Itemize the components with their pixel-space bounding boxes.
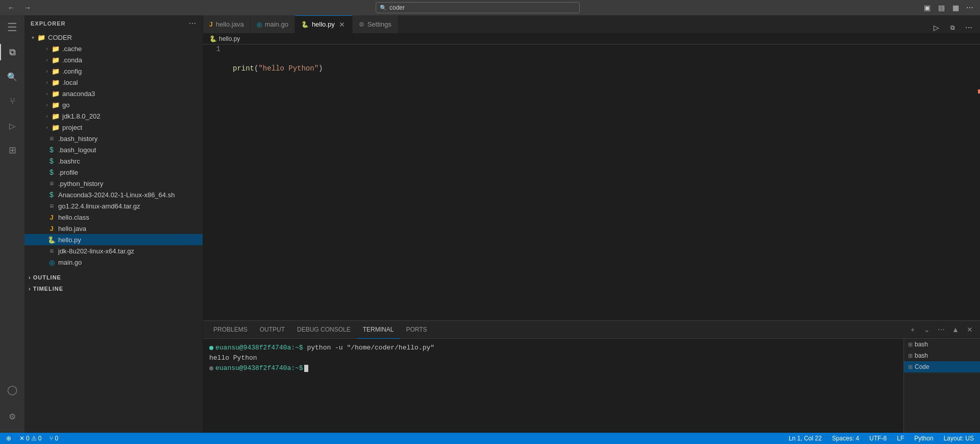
- editor-more-button[interactable]: ⋯: [962, 22, 976, 33]
- terminal-session-bash1[interactable]: ⊞ bash: [904, 339, 980, 350]
- python-breadcrumb-icon: 🐍: [209, 35, 217, 42]
- sidebar-item-bash-history[interactable]: ≡ .bash_history: [24, 133, 203, 144]
- sidebar-item-jdk[interactable]: › 📁 jdk1.8.0_202: [24, 110, 203, 122]
- status-eol[interactable]: LF: [895, 435, 906, 442]
- folder-icon: 📁: [51, 67, 60, 75]
- debug-console-label: DEBUG CONSOLE: [297, 326, 351, 333]
- tab-problems[interactable]: PROBLEMS: [207, 321, 254, 339]
- title-right: ▣ ▤ ▦ ⋯: [921, 2, 976, 13]
- sidebar-item-go-tar[interactable]: ≡ go1.22.4.linux-amd64.tar.gz: [24, 200, 203, 212]
- sidebar-item-bashrc[interactable]: $ .bashrc: [24, 155, 203, 167]
- status-git[interactable]: ⑂ 0: [47, 435, 60, 442]
- tab-ports[interactable]: PORTS: [400, 321, 433, 339]
- sidebar-item-hello-py[interactable]: 🐍 hello.py: [24, 234, 203, 245]
- panel-close-button[interactable]: ✕: [964, 323, 976, 336]
- sidebar-item-anaconda3[interactable]: › 📁 anaconda3: [24, 88, 203, 99]
- tab-hello-java[interactable]: J hello.java: [203, 15, 251, 33]
- sidebar-more-button[interactable]: ···: [189, 19, 197, 28]
- tab-settings[interactable]: ⚙ Settings: [353, 15, 398, 33]
- status-remote[interactable]: ⊕: [4, 435, 13, 442]
- terminal-dots-button[interactable]: ⋯: [935, 323, 947, 336]
- sidebar-item-hello-class[interactable]: J hello.class: [24, 212, 203, 223]
- activity-account[interactable]: ◯: [0, 378, 24, 402]
- add-terminal-button[interactable]: +: [906, 323, 919, 336]
- activity-settings[interactable]: ⚙: [0, 404, 24, 429]
- file-label: .python_history: [58, 180, 203, 188]
- sidebar-item-project[interactable]: › 📁 project: [24, 122, 203, 133]
- folder-icon: 📁: [51, 123, 60, 131]
- tab-hello-py[interactable]: 🐍 hello.py ✕: [295, 15, 353, 33]
- sidebar-item-main-go[interactable]: ◎ main.go: [24, 256, 203, 268]
- terminal-command: python -u "/home/coder/hello.py": [303, 344, 434, 352]
- panel-maximize-button[interactable]: ▲: [949, 323, 962, 336]
- outline-section-header[interactable]: › OUTLINE: [24, 272, 203, 283]
- java-file-icon: J: [47, 213, 56, 221]
- sidebar-item-local[interactable]: › 📁 .local: [24, 77, 203, 88]
- activity-source-control[interactable]: ⑂: [0, 89, 24, 113]
- terminal-line-1: euansu@9438f2f4740a:~$ python -u "/home/…: [209, 343, 897, 353]
- terminal-more-button[interactable]: ⌄: [921, 323, 933, 336]
- sidebar-item-python-history[interactable]: ≡ .python_history: [24, 178, 203, 189]
- terminal-session-bash2[interactable]: ⊞ bash: [904, 350, 980, 361]
- timeline-section-header[interactable]: › TIMELINE: [24, 283, 203, 294]
- terminal-session-label: Code: [915, 363, 929, 370]
- search-input[interactable]: [376, 2, 580, 13]
- layout-button2[interactable]: ▦: [949, 2, 962, 13]
- run-icon: ▷: [9, 121, 15, 131]
- file-label: .bashrc: [58, 157, 203, 165]
- panel-tabs: PROBLEMS OUTPUT DEBUG CONSOLE TERMINAL P…: [203, 321, 980, 339]
- status-position[interactable]: Ln 1, Col 22: [787, 435, 824, 442]
- activity-search[interactable]: 🔍: [0, 64, 24, 89]
- sidebar-item-bash-logout[interactable]: $ .bash_logout: [24, 144, 203, 155]
- sidebar-item-config[interactable]: › 📁 .config: [24, 65, 203, 77]
- tab-output[interactable]: OUTPUT: [254, 321, 291, 339]
- layout-button1[interactable]: ▤: [935, 2, 947, 13]
- activity-extensions[interactable]: ⊞: [0, 138, 24, 162]
- chevron-right-icon: ›: [43, 67, 51, 75]
- sidebar-toggle-button[interactable]: ▣: [921, 2, 933, 13]
- sidebar-item-hello-java[interactable]: J hello.java: [24, 223, 203, 234]
- error-icon: ✕: [19, 435, 24, 442]
- tab-label: main.go: [265, 20, 288, 28]
- sidebar-item-anaconda3-sh[interactable]: $ Anaconda3-2024.02-1-Linux-x86_64.sh: [24, 189, 203, 200]
- forward-button[interactable]: →: [20, 2, 35, 13]
- back-button[interactable]: ←: [4, 2, 18, 13]
- account-icon: ◯: [7, 384, 17, 395]
- folder-label: project: [62, 124, 203, 131]
- java-tab-icon: J: [209, 21, 213, 28]
- sidebar-item-conda[interactable]: › 📁 .conda: [24, 54, 203, 65]
- sidebar-item-coder-root[interactable]: ▾ 📁 CODER: [24, 32, 203, 43]
- run-file-button[interactable]: ▷: [929, 22, 943, 33]
- status-errors[interactable]: ✕ 0 ⚠ 0: [17, 435, 43, 442]
- folder-label: .conda: [62, 56, 203, 64]
- status-language[interactable]: Python: [912, 435, 935, 442]
- position-text: Ln 1, Col 22: [789, 435, 822, 442]
- layout-button3[interactable]: ⋯: [964, 2, 976, 13]
- activity-menu[interactable]: ☰: [0, 15, 24, 40]
- archive-file-icon: ≡: [47, 247, 56, 255]
- split-editor-button[interactable]: ⧉: [945, 22, 960, 33]
- spaces-text: Spaces: 4: [832, 435, 859, 442]
- sidebar-title: EXPLORER: [31, 20, 66, 27]
- terminal-output: hello Python: [209, 354, 257, 362]
- code-editor[interactable]: 1 print("hello Python"): [203, 44, 980, 320]
- tab-main-go[interactable]: ◎ main.go: [251, 15, 295, 33]
- line-numbers: 1: [203, 44, 229, 320]
- code-content[interactable]: print("hello Python"): [229, 44, 980, 320]
- terminal-session-code[interactable]: ⊞ Code: [904, 361, 980, 372]
- tab-terminal[interactable]: TERMINAL: [357, 321, 400, 339]
- sidebar-item-jdk-tar[interactable]: ≡ jdk-8u202-linux-x64.tar.gz: [24, 245, 203, 256]
- activity-explorer[interactable]: ⧉: [0, 40, 24, 64]
- chevron-right-icon: ›: [29, 286, 31, 292]
- sidebar-item-go[interactable]: › 📁 go: [24, 99, 203, 110]
- activity-run[interactable]: ▷: [0, 113, 24, 138]
- sidebar-item-cache[interactable]: › 📁 .cache: [24, 43, 203, 54]
- tab-close-button[interactable]: ✕: [338, 20, 346, 29]
- status-layout[interactable]: Layout: US: [942, 435, 976, 442]
- tab-label: Settings: [368, 20, 391, 28]
- tab-debug-console[interactable]: DEBUG CONSOLE: [291, 321, 357, 339]
- terminal-main[interactable]: euansu@9438f2f4740a:~$ python -u "/home/…: [203, 339, 903, 433]
- status-encoding[interactable]: UTF-8: [867, 435, 889, 442]
- status-spaces[interactable]: Spaces: 4: [830, 435, 861, 442]
- sidebar-item-profile[interactable]: $ .profile: [24, 167, 203, 178]
